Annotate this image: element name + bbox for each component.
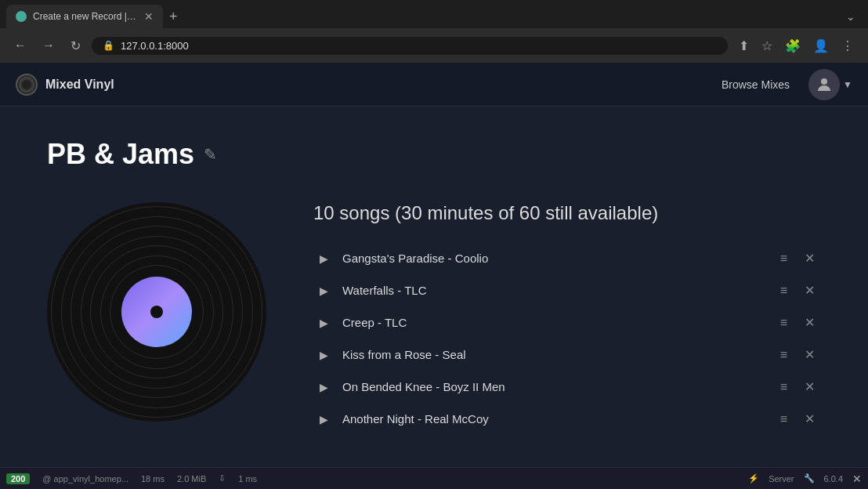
status-version-icon: 🔧 <box>804 473 815 484</box>
app-logo: Mixed Vinyl <box>16 74 114 96</box>
song-row: ▶ On Bended Knee - Boyz II Men ≡ ✕ <box>313 371 821 402</box>
tab-overflow-button[interactable]: ⌄ <box>840 10 862 23</box>
status-server-icon: ⚡ <box>748 473 759 484</box>
vinyl-disc <box>47 202 266 422</box>
song-menu-icon[interactable]: ≡ <box>777 411 790 428</box>
song-menu-icon[interactable]: ≡ <box>777 346 790 364</box>
share-icon[interactable]: ⬆ <box>734 35 754 56</box>
reload-button[interactable]: ↻ <box>66 35 85 56</box>
tab-close-button[interactable]: ✕ <box>144 10 154 23</box>
tab-bar: Create a new Record | Mixed V ✕ + ⌄ <box>0 0 868 28</box>
song-title: On Bended Knee - Boyz II Men <box>342 380 766 393</box>
app-nav: Mixed Vinyl Browse Mixes ▼ <box>0 63 868 107</box>
song-remove-icon[interactable]: ✕ <box>801 249 818 267</box>
forward-button[interactable]: → <box>38 35 60 56</box>
song-menu-icon[interactable]: ≡ <box>777 379 790 396</box>
song-title: Creep - TLC <box>342 316 766 329</box>
songs-section: 10 songs (30 minutes of 60 still availab… <box>313 202 821 436</box>
address-bar: ← → ↻ 🔒 127.0.0.1:8000 ⬆ ☆ 🧩 👤 ⋮ <box>0 28 868 63</box>
song-remove-icon[interactable]: ✕ <box>801 410 818 428</box>
status-bar: 200 @ app_vinyl_homep... 18 ms 2.0 MiB ⇩… <box>0 467 868 489</box>
song-menu-icon[interactable]: ≡ <box>777 282 790 299</box>
browser-chrome: Create a new Record | Mixed V ✕ + ⌄ ← → … <box>0 0 868 63</box>
play-button[interactable]: ▶ <box>316 379 331 395</box>
edit-icon[interactable]: ✎ <box>204 145 217 164</box>
song-remove-icon[interactable]: ✕ <box>801 313 818 331</box>
status-server-label: Server <box>769 474 794 484</box>
play-button[interactable]: ▶ <box>316 251 331 266</box>
status-arrow-ms: 1 ms <box>238 474 257 484</box>
song-remove-icon[interactable]: ✕ <box>801 378 818 396</box>
song-menu-icon[interactable]: ≡ <box>777 250 790 267</box>
active-tab[interactable]: Create a new Record | Mixed V ✕ <box>6 5 163 28</box>
avatar-chevron-icon[interactable]: ▼ <box>843 79 852 90</box>
svg-point-0 <box>821 78 827 85</box>
back-button[interactable]: ← <box>9 35 31 56</box>
status-memory: 2.0 MiB <box>177 474 206 484</box>
toolbar-icons: ⬆ ☆ 🧩 👤 ⋮ <box>734 35 859 56</box>
app-name: Mixed Vinyl <box>45 78 114 92</box>
tab-title: Create a new Record | Mixed V <box>33 11 138 22</box>
song-row: ▶ Waterfalls - TLC ≡ ✕ <box>313 275 821 306</box>
song-title: Waterfalls - TLC <box>342 284 766 297</box>
extension-icon[interactable]: 🧩 <box>780 35 805 56</box>
profile-icon[interactable]: 👤 <box>808 35 834 56</box>
song-title: Kiss from a Rose - Seal <box>342 348 766 361</box>
main-content: PB & Jams ✎ <box>0 107 868 467</box>
status-arrow-icon: ⇩ <box>219 473 226 484</box>
address-input-wrap[interactable]: 🔒 127.0.0.1:8000 <box>92 37 728 55</box>
status-close-button[interactable]: ✕ <box>852 473 862 485</box>
status-right: ⚡ Server 🔧 6.0.4 ✕ <box>748 473 862 485</box>
vinyl-hole <box>150 306 163 318</box>
content-row: 10 songs (30 minutes of 60 still availab… <box>47 202 821 436</box>
song-remove-icon[interactable]: ✕ <box>801 281 818 299</box>
browse-mixes-button[interactable]: Browse Mixes <box>712 74 799 96</box>
song-row: ▶ Gangsta's Paradise - Coolio ≡ ✕ <box>313 243 821 273</box>
record-title-row: PB & Jams ✎ <box>47 138 821 171</box>
songs-count: 10 songs (30 minutes of 60 still availab… <box>313 202 821 224</box>
address-text: 127.0.0.1:8000 <box>121 40 717 52</box>
lock-icon: 🔒 <box>103 40 114 51</box>
status-code-badge: 200 <box>6 473 30 484</box>
play-button[interactable]: ▶ <box>316 347 331 363</box>
record-title: PB & Jams <box>47 138 194 171</box>
song-title: Another Night - Real McCoy <box>342 412 766 426</box>
menu-icon[interactable]: ⋮ <box>837 35 859 56</box>
song-menu-icon[interactable]: ≡ <box>777 314 790 331</box>
song-row: ▶ Kiss from a Rose - Seal ≡ ✕ <box>313 339 821 370</box>
vinyl-logo-icon <box>16 74 38 96</box>
play-button[interactable]: ▶ <box>316 283 331 299</box>
song-row: ▶ Creep - TLC ≡ ✕ <box>313 307 821 338</box>
user-avatar[interactable] <box>808 69 840 100</box>
play-button[interactable]: ▶ <box>316 315 331 331</box>
song-title: Gangsta's Paradise - Coolio <box>342 252 766 265</box>
status-route: @ app_vinyl_homep... <box>42 474 128 484</box>
new-tab-button[interactable]: + <box>163 9 184 25</box>
bookmark-icon[interactable]: ☆ <box>757 35 777 56</box>
status-version: 6.0.4 <box>824 474 843 484</box>
song-list: ▶ Gangsta's Paradise - Coolio ≡ ✕ ▶ Wate… <box>313 243 821 434</box>
tab-favicon <box>16 11 27 22</box>
song-remove-icon[interactable]: ✕ <box>801 346 818 364</box>
play-button[interactable]: ▶ <box>316 411 331 427</box>
song-row: ▶ Another Night - Real McCoy ≡ ✕ <box>313 404 821 434</box>
status-time: 18 ms <box>141 474 165 484</box>
vinyl-container <box>47 202 266 422</box>
app-content: Mixed Vinyl Browse Mixes ▼ PB & Jams ✎ <box>0 63 868 467</box>
vinyl-center <box>121 277 192 347</box>
